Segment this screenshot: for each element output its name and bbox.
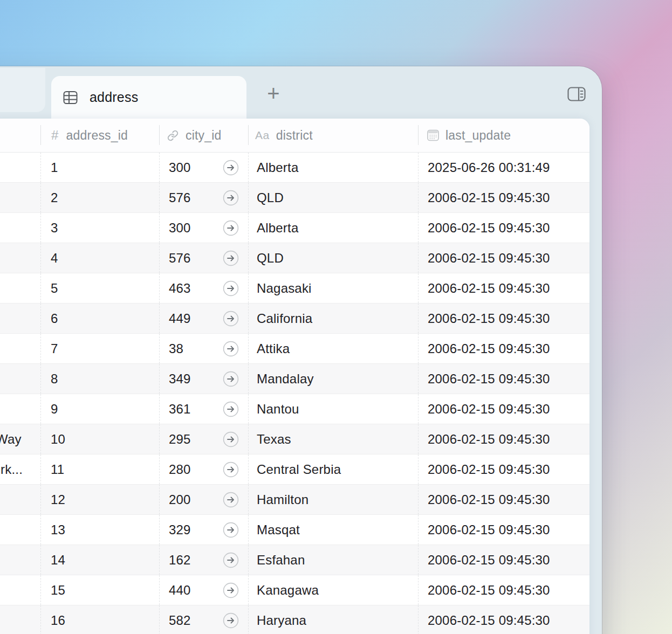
- cell-address-partial[interactable]: [0, 243, 40, 273]
- cell-address-id[interactable]: 1: [40, 153, 159, 182]
- fk-open-button[interactable]: [223, 371, 239, 387]
- cell-address-id[interactable]: 7: [40, 334, 159, 363]
- cell-city-id[interactable]: 162: [159, 545, 248, 575]
- fk-open-button[interactable]: [223, 401, 239, 417]
- cell-address-id[interactable]: 4: [40, 243, 159, 273]
- cell-address-partial[interactable]: [0, 515, 40, 545]
- fk-open-button[interactable]: [223, 492, 239, 508]
- table-row[interactable]: 13 329 Masqat 2006-02-15 09:45:30: [0, 515, 589, 545]
- fk-open-button[interactable]: [223, 160, 239, 176]
- cell-city-id[interactable]: 280: [159, 454, 248, 484]
- table-row[interactable]: 9 361 Nantou 2006-02-15 09:45:30: [0, 394, 589, 424]
- cell-district[interactable]: Kanagawa: [248, 575, 418, 605]
- cell-city-id[interactable]: 576: [159, 183, 248, 212]
- fk-open-button[interactable]: [223, 311, 239, 327]
- cell-address-partial[interactable]: [0, 364, 40, 394]
- column-header-city-id[interactable]: city_id: [159, 119, 248, 152]
- fk-open-button[interactable]: [223, 431, 239, 447]
- cell-district[interactable]: Esfahan: [248, 545, 418, 575]
- cell-last-update[interactable]: 2006-02-15 09:45:30: [418, 605, 589, 634]
- cell-district[interactable]: Haryana: [248, 605, 418, 634]
- cell-city-id[interactable]: 582: [159, 605, 248, 634]
- cell-address-partial[interactable]: [0, 485, 40, 514]
- cell-city-id[interactable]: 200: [159, 485, 248, 514]
- cell-address-partial[interactable]: [0, 153, 40, 182]
- cell-city-id[interactable]: 300: [159, 213, 248, 243]
- cell-city-id[interactable]: 361: [159, 394, 248, 424]
- cell-last-update[interactable]: 2006-02-15 09:45:30: [418, 304, 589, 333]
- cell-last-update[interactable]: 2006-02-15 09:45:30: [418, 334, 589, 363]
- cell-city-id[interactable]: 349: [159, 364, 248, 394]
- cell-last-update[interactable]: 2006-02-15 09:45:30: [418, 545, 589, 575]
- cell-district[interactable]: Mandalay: [248, 364, 418, 394]
- cell-district[interactable]: QLD: [248, 183, 418, 212]
- cell-address-partial[interactable]: [0, 605, 40, 634]
- fk-open-button[interactable]: [223, 220, 239, 236]
- cell-last-update[interactable]: 2006-02-15 09:45:30: [418, 273, 589, 303]
- cell-last-update[interactable]: 2006-02-15 09:45:30: [418, 243, 589, 273]
- cell-address-id[interactable]: 6: [40, 304, 159, 333]
- cell-address-id[interactable]: 16: [40, 605, 159, 634]
- cell-address-partial[interactable]: [0, 304, 40, 333]
- cell-city-id[interactable]: 463: [159, 273, 248, 303]
- fk-open-button[interactable]: [223, 552, 239, 568]
- column-header-address-id[interactable]: # address_id: [40, 119, 159, 152]
- cell-city-id[interactable]: 329: [159, 515, 248, 545]
- cell-district[interactable]: Alberta: [248, 213, 418, 243]
- table-row[interactable]: 7 38 Attika 2006-02-15 09:45:30: [0, 334, 589, 364]
- fk-open-button[interactable]: [223, 612, 239, 629]
- cell-district[interactable]: Nantou: [248, 394, 418, 424]
- table-row[interactable]: Way 10 295 Texas 2006-02-15 09:45:30: [0, 424, 589, 454]
- new-tab-button[interactable]: +: [259, 80, 288, 106]
- cell-district[interactable]: Attika: [248, 334, 418, 363]
- cell-last-update[interactable]: 2006-02-15 09:45:30: [418, 424, 589, 454]
- table-row[interactable]: 3 300 Alberta 2006-02-15 09:45:30: [0, 213, 589, 243]
- fk-open-button[interactable]: [223, 280, 239, 297]
- table-row[interactable]: 16 582 Haryana 2006-02-15 09:45:30: [0, 605, 589, 634]
- cell-district[interactable]: QLD: [248, 243, 418, 273]
- cell-last-update[interactable]: 2006-02-15 09:45:30: [418, 515, 589, 545]
- cell-address-id[interactable]: 5: [40, 273, 159, 303]
- column-header-district[interactable]: Aa district: [248, 119, 418, 152]
- cell-address-partial[interactable]: Way: [0, 424, 40, 454]
- cell-address-id[interactable]: 15: [40, 575, 159, 605]
- table-row[interactable]: rk... 11 280 Central Serbia 2006-02-15 0…: [0, 454, 589, 485]
- cell-address-id[interactable]: 14: [40, 545, 159, 575]
- fk-open-button[interactable]: [223, 190, 239, 206]
- cell-last-update[interactable]: 2006-02-15 09:45:30: [418, 575, 589, 605]
- cell-district[interactable]: Masqat: [248, 515, 418, 545]
- table-row[interactable]: 4 576 QLD 2006-02-15 09:45:30: [0, 243, 589, 273]
- cell-address-partial[interactable]: [0, 334, 40, 363]
- table-row[interactable]: 15 440 Kanagawa 2006-02-15 09:45:30: [0, 575, 589, 605]
- fk-open-button[interactable]: [223, 341, 239, 357]
- cell-city-id[interactable]: 300: [159, 153, 248, 182]
- cell-address-partial[interactable]: [0, 213, 40, 243]
- table-row[interactable]: 1 300 Alberta 2025-06-26 00:31:49: [0, 153, 589, 183]
- cell-last-update[interactable]: 2025-06-26 00:31:49: [418, 153, 589, 182]
- table-row[interactable]: 14 162 Esfahan 2006-02-15 09:45:30: [0, 545, 589, 575]
- cell-address-partial[interactable]: [0, 545, 40, 575]
- fk-open-button[interactable]: [223, 582, 239, 598]
- cell-address-id[interactable]: 8: [40, 364, 159, 394]
- cell-last-update[interactable]: 2006-02-15 09:45:30: [418, 394, 589, 424]
- cell-district[interactable]: Texas: [248, 424, 418, 454]
- cell-address-id[interactable]: 2: [40, 183, 159, 212]
- cell-address-id[interactable]: 13: [40, 515, 159, 545]
- cell-address-partial[interactable]: [0, 575, 40, 605]
- fk-open-button[interactable]: [223, 522, 239, 538]
- tab-address[interactable]: address: [51, 76, 246, 119]
- cell-last-update[interactable]: 2006-02-15 09:45:30: [418, 183, 589, 212]
- cell-district[interactable]: Hamilton: [248, 485, 418, 514]
- column-header-last-update[interactable]: last_update: [418, 119, 589, 152]
- cell-address-partial[interactable]: [0, 183, 40, 212]
- cell-address-partial[interactable]: [0, 394, 40, 424]
- cell-address-id[interactable]: 10: [40, 424, 159, 454]
- tab-previous[interactable]: [0, 68, 45, 112]
- table-row[interactable]: 2 576 QLD 2006-02-15 09:45:30: [0, 183, 589, 213]
- cell-last-update[interactable]: 2006-02-15 09:45:30: [418, 454, 589, 484]
- fk-open-button[interactable]: [223, 250, 239, 266]
- cell-address-partial[interactable]: [0, 273, 40, 303]
- column-header-address[interactable]: [0, 119, 40, 152]
- table-row[interactable]: 5 463 Nagasaki 2006-02-15 09:45:30: [0, 273, 589, 304]
- cell-last-update[interactable]: 2006-02-15 09:45:30: [418, 485, 589, 514]
